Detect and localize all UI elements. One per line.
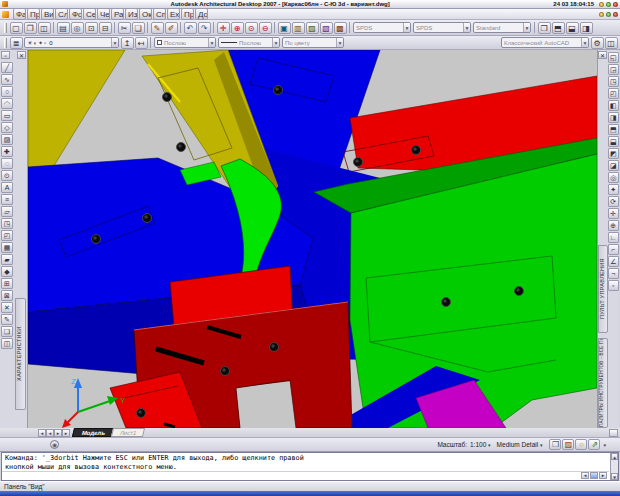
mtext-icon[interactable]: ≡ [1,194,13,205]
text-style-combo[interactable]: SPDS ▼ [413,22,471,33]
menu-item[interactable]: Окно [139,8,152,20]
copy-icon[interactable]: ❏ [1,326,13,337]
top-view-icon[interactable]: ◱ [608,52,619,63]
tracking-icon[interactable]: ◉ [50,440,59,449]
layer-combo[interactable]: ☀◐✦▫ 0 ▼ [24,37,119,48]
edit-icon[interactable]: ✎ [1,314,13,325]
back-view-icon[interactable]: ◨ [608,112,619,123]
layer-previous-icon[interactable]: ↤ [135,37,148,49]
menu-item[interactable]: Справка [153,8,166,20]
pencil-icon[interactable]: ✎ [151,22,164,34]
layer-properties-icon[interactable]: ≣ [10,37,23,49]
mirror-icon[interactable]: ◰ [1,230,13,241]
project-navigator-icon[interactable]: ▥ [292,22,305,34]
sw-iso-view-icon[interactable]: ⬒ [608,124,619,135]
command-window[interactable]: Команда: '_3dorbit Нажмите ESC или ENTER… [1,452,619,481]
left-view-icon[interactable]: ◳ [608,76,619,87]
menu-item[interactable]: Файл [13,8,26,20]
array-icon[interactable]: ▦ [1,242,13,253]
menu-item[interactable]: Вид [41,8,54,20]
chevron-down-icon[interactable]: ▼ [208,38,215,47]
menu-item[interactable]: Слияние [55,8,68,20]
copy-clip-icon[interactable]: ❏ [132,22,145,34]
command-input[interactable] [2,472,609,480]
menu-item[interactable]: Express [167,8,180,20]
circle-icon[interactable]: ○ [1,86,13,97]
match-properties-icon[interactable]: ✐ [165,22,178,34]
properties-palette-tab[interactable]: ХАРАКТЕРИСТИКИ [15,298,26,410]
doc-close-button[interactable] [613,12,618,17]
zoom-window-icon[interactable]: ⊙ [245,22,258,34]
command-hscroll[interactable]: ◀ ▶ [580,472,607,479]
first-tab-button[interactable]: ◂ [38,429,46,437]
camera-icon[interactable]: ◎ [608,172,619,183]
nw-iso-view-icon[interactable]: ◪ [608,160,619,171]
ucs-face-icon[interactable]: ∠ [608,256,619,267]
prev-tab-button[interactable]: ◂ [46,429,54,437]
toolbar-grip[interactable] [4,23,7,33]
menu-item[interactable]: Размеры [111,8,124,20]
rotate-icon[interactable]: ◳ [1,218,13,229]
content-browser-icon[interactable]: ▣ [278,22,291,34]
ucs-view-icon[interactable]: ▫ [608,280,619,291]
window-maximize-button[interactable] [606,2,611,7]
plotstyle-combo[interactable]: По цвету ▼ [282,37,344,48]
doc-maximize-button[interactable] [606,12,611,17]
bulb-icon[interactable]: ○ [575,439,587,450]
bottom-view-icon[interactable]: ◲ [608,64,619,75]
dashboard-palette-tab[interactable]: ПУЛЬТ УПРАВЛЕНИЯ [598,245,608,333]
menu-item[interactable]: Изменить [125,8,138,20]
etransmit-icon[interactable]: ⊟ [99,22,112,34]
hatch-icon[interactable]: ▨ [1,134,13,145]
command-vscroll[interactable]: ▲ ▼ [610,453,618,480]
scale-dropdown[interactable]: 1:100 ▾ [470,441,491,448]
chevron-down-icon[interactable]: ▼ [523,23,530,32]
close-icon[interactable]: ✕ [17,51,26,59]
publish-icon[interactable]: ⊡ [85,22,98,34]
block-icon[interactable]: ◫ [1,338,13,349]
image-attach-icon[interactable]: ◨ [580,22,593,34]
undo-icon[interactable]: ↶ [184,22,197,34]
plot-icon[interactable]: ▤ [57,22,70,34]
new-file-icon[interactable]: ▢ [10,22,23,34]
zoom-previous-icon[interactable]: ⊖ [259,22,272,34]
close-icon[interactable]: ✕ [598,51,607,59]
layer-key-icon[interactable]: ⇗ [588,439,600,450]
save-icon[interactable]: ◫ [38,22,51,34]
donut-icon[interactable]: ⊙ [1,170,13,181]
next-tab-button[interactable]: ▸ [54,429,62,437]
3d-orbit-icon[interactable]: ⟳ [608,196,619,207]
line-icon[interactable]: ╱ [1,62,13,73]
scroll-thumb[interactable] [590,472,598,479]
right-view-icon[interactable]: ◰ [608,88,619,99]
chevron-down-icon[interactable]: ▼ [111,38,118,47]
color-combo[interactable]: Послою ▼ [154,37,216,48]
menu-item[interactable]: Документация [195,8,208,20]
viewport-toggle-icon[interactable]: ❒ [549,439,561,450]
chevron-down-icon[interactable]: ▼ [581,38,588,47]
zoom-icon[interactable]: ⊕ [608,220,619,231]
rectangle-icon[interactable]: ▭ [1,110,13,121]
scroll-left-icon[interactable]: ◀ [581,472,589,479]
pan-icon[interactable]: ✛ [608,208,619,219]
chevron-down-icon[interactable]: ▼ [463,23,470,32]
erase-icon[interactable]: ✕ [1,302,13,313]
tab-model[interactable]: Модель [72,428,115,437]
menu-item[interactable]: Черчение [97,8,110,20]
workspace-combo[interactable]: Классический AutoCAD ▼ [501,37,589,48]
table-style-combo[interactable]: Standard ▼ [473,22,531,33]
scroll-up-icon[interactable]: ▲ [611,453,618,460]
chevron-down-icon[interactable]: ▼ [336,38,343,47]
open-file-icon[interactable]: ❐ [24,22,37,34]
window-minimize-button[interactable] [599,2,604,7]
menu-item[interactable]: Проект [181,8,194,20]
detail-level-dropdown[interactable]: Medium Detail ▾ [497,441,543,448]
doc-minimize-button[interactable] [599,12,604,17]
scroll-down-icon[interactable]: ▼ [611,473,618,480]
move-icon[interactable]: ▱ [1,206,13,217]
polyline-icon[interactable]: ∿ [1,74,13,85]
polygon-icon[interactable]: ◇ [1,122,13,133]
copy-properties-icon[interactable]: ❒ [538,22,551,34]
window-close-button[interactable] [613,2,618,7]
trim-icon[interactable]: ⊞ [1,278,13,289]
